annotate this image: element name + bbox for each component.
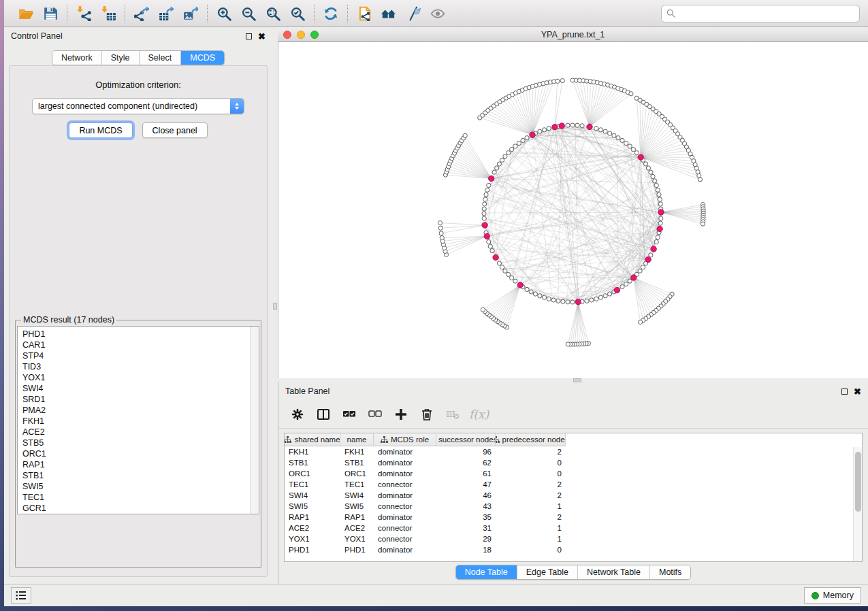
deselect-all-unchecked-button[interactable] (366, 405, 385, 424)
graph-hub-node[interactable] (484, 233, 489, 239)
import-network-button[interactable] (73, 3, 95, 24)
graph-node[interactable] (497, 162, 501, 166)
graph-hub-node[interactable] (614, 287, 620, 293)
table-cell[interactable]: RAP1 (285, 512, 340, 523)
table-cell[interactable]: 0 (496, 457, 566, 468)
export-table-button[interactable] (155, 3, 177, 24)
graph-node[interactable] (438, 226, 443, 230)
graph-node[interactable] (507, 151, 511, 155)
graph-node[interactable] (483, 202, 487, 206)
table-cell[interactable]: 2 (496, 512, 566, 523)
graph-node[interactable] (590, 298, 594, 302)
graph-node[interactable] (556, 299, 560, 303)
graph-node[interactable] (490, 249, 494, 253)
graph-node[interactable] (547, 297, 551, 301)
graph-node[interactable] (529, 290, 533, 294)
settings-gear-button[interactable] (288, 405, 307, 424)
mcds-result-item[interactable]: PMA2 (22, 405, 250, 416)
tab-edge-table[interactable]: Edge Table (517, 565, 577, 579)
graph-node[interactable] (500, 158, 504, 162)
graph-node[interactable] (658, 197, 662, 201)
graph-node[interactable] (566, 300, 570, 304)
graph-node[interactable] (603, 294, 607, 298)
table-cell[interactable]: connector (374, 533, 436, 544)
table-cell[interactable]: connector (374, 479, 436, 490)
graph-node[interactable] (497, 261, 501, 265)
table-cell[interactable]: dominator (374, 512, 436, 523)
table-cell[interactable]: 1 (496, 523, 566, 533)
table-cell[interactable]: PHD1 (340, 544, 374, 555)
table-cell[interactable]: PHD1 (285, 544, 340, 555)
memory-button[interactable]: Memory (804, 587, 861, 604)
graph-node[interactable] (570, 300, 575, 304)
table-cell[interactable]: TEC1 (285, 479, 340, 490)
graph-node[interactable] (608, 131, 612, 135)
table-cell[interactable]: 46 (436, 490, 496, 501)
tab-network-table[interactable]: Network Table (577, 565, 649, 579)
table-cell[interactable]: connector (374, 501, 436, 512)
table-cell[interactable]: RAP1 (340, 512, 374, 523)
graph-node[interactable] (482, 207, 486, 211)
graph-hub-node[interactable] (638, 154, 643, 160)
close-panel-icon[interactable]: ✖ (258, 32, 266, 41)
table-cell[interactable]: dominator (374, 490, 436, 501)
graph-node[interactable] (500, 265, 504, 269)
open-folder-button[interactable] (15, 3, 37, 24)
graph-node[interactable] (612, 133, 616, 137)
mcds-result-item[interactable]: SWI5 (22, 481, 250, 492)
graph-node[interactable] (542, 128, 546, 132)
mcds-result-item[interactable]: FKH1 (22, 416, 250, 427)
tab-select[interactable]: Select (139, 51, 181, 65)
graph-node[interactable] (521, 138, 525, 142)
graph-node[interactable] (598, 128, 602, 132)
flag-button[interactable] (402, 3, 424, 24)
graph-node[interactable] (538, 294, 542, 298)
graph-node[interactable] (483, 197, 487, 201)
graph-node[interactable] (492, 170, 496, 174)
tab-network[interactable]: Network (52, 51, 101, 65)
graph-node[interactable] (594, 127, 598, 131)
graph-node[interactable] (481, 308, 485, 312)
graph-node[interactable] (585, 299, 589, 303)
table-cell[interactable]: 61 (436, 468, 496, 479)
table-cell[interactable]: 43 (436, 501, 496, 512)
split-columns-button[interactable] (314, 405, 333, 424)
table-cell[interactable]: dominator (374, 457, 436, 468)
graph-node[interactable] (507, 272, 511, 276)
network-canvas[interactable] (278, 42, 868, 378)
graph-node[interactable] (547, 127, 551, 131)
tab-motifs[interactable]: Motifs (649, 565, 690, 579)
graph-node[interactable] (646, 166, 650, 170)
graph-node[interactable] (440, 235, 444, 240)
graph-node[interactable] (628, 144, 632, 148)
float-panel-icon[interactable] (841, 389, 848, 395)
graph-node[interactable] (634, 151, 639, 155)
graph-node[interactable] (616, 136, 620, 140)
table-cell[interactable]: SWI5 (340, 501, 374, 512)
graph-node[interactable] (566, 342, 570, 346)
export-network-button[interactable] (131, 3, 152, 24)
graph-node[interactable] (654, 240, 658, 244)
splitter-grip[interactable] (273, 303, 277, 310)
graph-hub-node[interactable] (552, 125, 558, 130)
task-history-button[interactable] (11, 587, 31, 604)
graph-node[interactable] (657, 193, 661, 197)
graph-node[interactable] (488, 244, 492, 248)
table-cell[interactable]: FKH1 (285, 446, 340, 457)
eye-button[interactable] (427, 3, 449, 24)
mcds-result-item[interactable]: YOX1 (22, 372, 250, 383)
column-header-name[interactable]: name (340, 433, 374, 446)
graph-node[interactable] (629, 92, 633, 96)
save-session-button[interactable] (39, 3, 61, 24)
table-scrollbar-thumb[interactable] (855, 452, 861, 512)
delete-trash-button[interactable] (417, 405, 436, 424)
graph-node[interactable] (575, 123, 579, 127)
graph-node[interactable] (503, 154, 507, 159)
table-cell[interactable]: dominator (374, 544, 436, 555)
run-mcds-button[interactable]: Run MCDS (69, 122, 132, 138)
table-cell[interactable]: 0 (496, 544, 566, 555)
table-cell[interactable]: 62 (436, 457, 496, 468)
mcds-result-item[interactable]: ORC1 (22, 448, 250, 459)
table-cell[interactable]: 0 (496, 468, 566, 479)
graph-node[interactable] (560, 79, 564, 83)
